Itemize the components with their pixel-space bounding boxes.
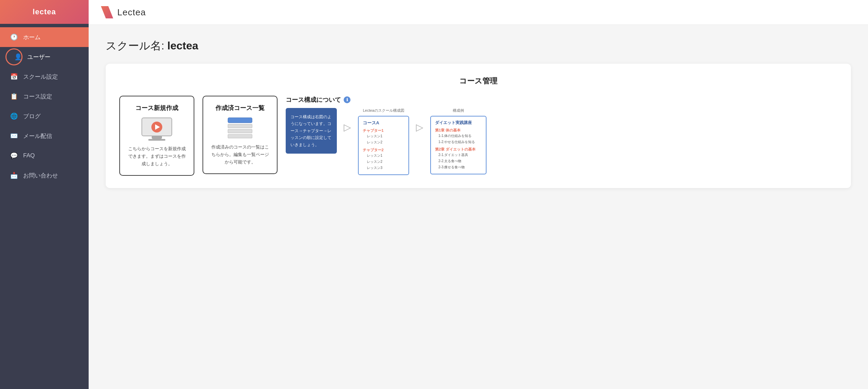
arrow-right-2-icon: ▷: [416, 122, 423, 133]
sidebar-nav: 🕐 ホーム 👤 ユーザー 📅 スクール設定 📋 コース設定 🌐 ブログ ✉️ メ…: [0, 24, 89, 389]
sidebar-item-label-faq: FAQ: [23, 152, 35, 159]
sidebar: lectea 🕐 ホーム 👤 ユーザー 📅 スクール設定 📋 コース設定 🌐 ブ…: [0, 0, 89, 389]
info-icon[interactable]: ℹ: [344, 96, 350, 103]
sidebar-item-mail[interactable]: ✉️ メール配信: [0, 126, 89, 146]
main-content: Lectea スクール名: lectea コース管理 コース新規作成: [89, 0, 868, 389]
structure-diagrams: コース構成は右図のようになっています。コース→チャプター→レッスンの順に設定して…: [286, 108, 837, 175]
sidebar-item-contact[interactable]: 📩 お問い合わせ: [0, 166, 89, 185]
school-settings-icon: 📅: [10, 72, 18, 81]
arrow-right-icon: ▷: [344, 122, 351, 133]
sidebar-item-faq[interactable]: 💬 FAQ: [0, 146, 89, 166]
sidebar-item-users[interactable]: 👤 ユーザー: [0, 47, 89, 67]
course-panels: コース新規作成 こちらからコースを新規作成できます。まずはコースを作成しましょう…: [119, 96, 837, 176]
existing-courses-title: 作成済コース一覧: [215, 104, 265, 112]
sidebar-item-home[interactable]: 🕐 ホーム: [0, 27, 89, 47]
sidebar-item-label-course-settings: コース設定: [23, 93, 52, 100]
existing-courses-panel[interactable]: 作成済コース一覧 作成済みのコースの一覧はこちらから。編集も一覧ページから可能で…: [203, 96, 278, 174]
example-diagram: ダイエット実践講座 第1章 体の基本 1-1.体の仕組みを知る 1-2.やせる仕…: [430, 116, 487, 174]
user-icon: 👤: [14, 52, 23, 61]
course-management-heading: コース管理: [119, 76, 837, 86]
existing-courses-desc: 作成済みのコースの一覧はこちらから。編集も一覧ページから可能です。: [209, 143, 271, 166]
faq-icon: 💬: [10, 151, 18, 160]
course-structure-panel: コース構成について ℹ コース構成は右図のようになっています。コース→チャプター…: [286, 96, 837, 175]
course-a-label: コースA: [363, 120, 404, 126]
page-title: スクール名: lectea: [106, 38, 851, 53]
play-button-icon: [151, 122, 162, 133]
mail-icon: ✉️: [10, 131, 18, 140]
lectea-label: Lecteaのスクール構成図: [358, 108, 409, 113]
sidebar-item-label-contact: お問い合わせ: [23, 172, 58, 180]
blog-icon: 🌐: [10, 112, 18, 121]
sidebar-item-label-mail: メール配信: [23, 132, 52, 140]
logo-text: Lectea: [117, 7, 146, 18]
monitor-icon: [141, 118, 172, 140]
book-icon: [226, 118, 254, 138]
new-course-title: コース新規作成: [135, 104, 178, 112]
new-course-desc: こちらからコースを新規作成できます。まずはコースを作成しましょう。: [126, 145, 188, 168]
sidebar-item-label-blog: ブログ: [23, 112, 41, 120]
example-label: 構成例: [430, 108, 487, 113]
sidebar-item-blog[interactable]: 🌐 ブログ: [0, 106, 89, 126]
sidebar-item-label-school-settings: スクール設定: [23, 73, 58, 81]
structure-title: コース構成について ℹ: [286, 96, 837, 104]
new-course-panel[interactable]: コース新規作成 こちらからコースを新規作成できます。まずはコースを作成しましょう…: [119, 96, 194, 176]
sidebar-item-course-settings[interactable]: 📋 コース設定: [0, 87, 89, 106]
sidebar-item-label-home: ホーム: [23, 33, 41, 41]
contact-icon: 📩: [10, 171, 18, 180]
sidebar-item-school-settings[interactable]: 📅 スクール設定: [0, 67, 89, 87]
course-settings-icon: 📋: [10, 92, 18, 101]
course-management-card: コース管理 コース新規作成 こちらからコー: [106, 64, 851, 188]
sidebar-item-label-users: ユーザー: [27, 53, 50, 61]
structure-explanation: コース構成は右図のようになっています。コース→チャプター→レッスンの順に設定して…: [286, 108, 337, 154]
course-a-diagram: コースA チャプター1 レッスン1 レッスン2 チャプター2 レッスン1 レッス…: [358, 116, 409, 175]
logo-mark-icon: [101, 6, 113, 18]
sidebar-header: lectea: [0, 0, 89, 24]
topbar: Lectea: [89, 0, 868, 25]
content-area: スクール名: lectea コース管理 コース新規作成: [89, 25, 868, 389]
home-icon: 🕐: [10, 33, 18, 42]
